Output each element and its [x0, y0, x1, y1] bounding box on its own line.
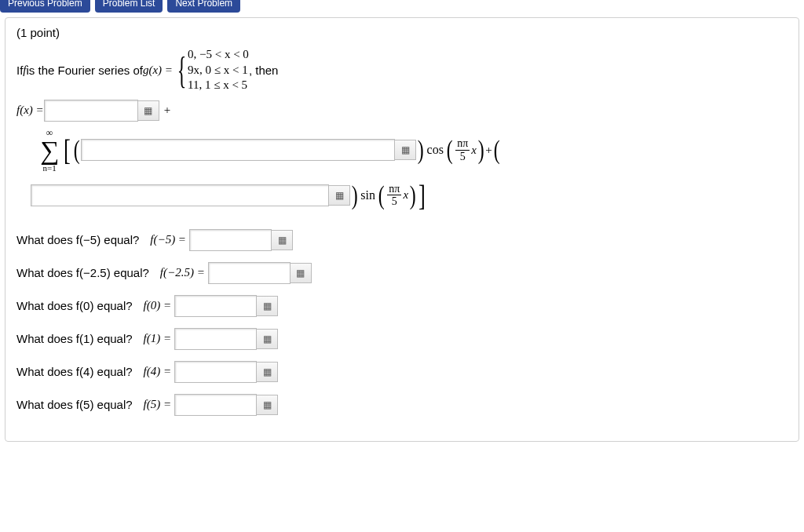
- frac-num-2: nπ: [387, 183, 401, 195]
- sin-arg-x: x: [403, 188, 408, 202]
- frac-den-2: 5: [390, 195, 399, 207]
- sin-arg-left-paren-icon: (: [378, 182, 385, 209]
- right-paren-sin-icon: ): [352, 182, 358, 209]
- question-label-0: What does f(−5) equal?: [16, 233, 139, 246]
- question-eq-2: f(0) =: [144, 299, 172, 312]
- cos-arg-right-paren-icon: ): [478, 137, 484, 163]
- question-eq-1: f(−2.5) =: [160, 266, 205, 279]
- question-eq-3: f(1) =: [144, 332, 172, 345]
- question-eq-0: f(−5) =: [150, 233, 186, 246]
- plus-1: +: [164, 104, 170, 117]
- equation-editor-button-a0[interactable]: ▦: [137, 100, 159, 121]
- equation-editor-button-q5[interactable]: ▦: [256, 395, 278, 415]
- question-label-2: What does f(0) equal?: [16, 299, 133, 312]
- left-brace-icon: {: [177, 53, 187, 87]
- question-eq-4: f(4) =: [144, 365, 172, 378]
- left-bracket-icon: [: [64, 135, 71, 165]
- question-row-5: What does f(5) equal? f(5) = ▦: [16, 394, 788, 416]
- right-bracket-icon: ]: [418, 180, 426, 210]
- sin-label: sin: [360, 188, 375, 202]
- series-row-cos: ∞ ∑ n=1 [ ( ▦ ) cos ( nπ 5 x ) + (: [16, 128, 788, 173]
- cos-arg-left-paren-icon: (: [447, 137, 453, 163]
- piece-row-3: 11, 1 ≤ x < 5: [188, 78, 249, 93]
- equation-editor-button-q1[interactable]: ▦: [290, 263, 312, 283]
- cos-label: cos: [427, 143, 444, 157]
- answer-q0[interactable]: [189, 229, 272, 251]
- answer-q3[interactable]: [174, 328, 257, 350]
- answer-q1[interactable]: [208, 262, 291, 284]
- fx-label: f(x) =: [16, 104, 44, 117]
- top-nav: Previous Problem Problem List Next Probl…: [0, 0, 804, 14]
- sigma-bottom: n=1: [43, 164, 57, 173]
- question-label-5: What does f(5) equal?: [16, 398, 133, 411]
- question-row-3: What does f(1) equal? f(1) = ▦: [16, 328, 788, 350]
- question-eq-5: f(5) =: [144, 398, 172, 411]
- cos-arg-frac: nπ 5: [455, 137, 470, 162]
- question-row-2: What does f(0) equal? f(0) = ▦: [16, 295, 788, 317]
- prev-problem-button[interactable]: Previous Problem: [0, 0, 90, 13]
- answer-q2[interactable]: [174, 295, 257, 317]
- intro-then: , then: [249, 64, 279, 77]
- frac-den: 5: [459, 151, 467, 162]
- equation-editor-button-an[interactable]: ▦: [394, 140, 416, 160]
- next-problem-button[interactable]: Next Problem: [167, 0, 240, 13]
- question-label-4: What does f(4) equal?: [16, 365, 133, 378]
- sin-arg-frac: nπ 5: [387, 183, 401, 208]
- plus-2: +: [485, 144, 492, 157]
- left-paren-sin-icon: (: [493, 137, 499, 163]
- answer-an[interactable]: [81, 139, 395, 161]
- intro-g: g(x) =: [143, 64, 173, 77]
- right-paren-cos-icon: ): [418, 137, 424, 163]
- frac-num: nπ: [455, 137, 470, 150]
- answer-q4[interactable]: [174, 361, 257, 383]
- problem-list-button[interactable]: Problem List: [95, 0, 163, 13]
- question-row-4: What does f(4) equal? f(4) = ▦: [16, 361, 788, 383]
- equation-editor-button-q2[interactable]: ▦: [256, 296, 278, 316]
- point-value: (1 point): [16, 26, 788, 39]
- question-label-1: What does f(−2.5) equal?: [16, 266, 149, 279]
- equation-editor-button-q4[interactable]: ▦: [256, 362, 278, 382]
- problem-statement: If f is the Fourier series of g(x) = { 0…: [16, 47, 788, 93]
- equation-editor-button-q0[interactable]: ▦: [271, 230, 293, 250]
- problem-panel: (1 point) If f is the Fourier series of …: [5, 17, 799, 442]
- left-paren-cos-icon: (: [74, 137, 80, 163]
- sigma-icon: ∞ ∑ n=1: [40, 128, 59, 173]
- intro-mid: is the Fourier series of: [27, 64, 143, 77]
- piece-row-2: 9x, 0 ≤ x < 1: [188, 63, 249, 78]
- answer-q5[interactable]: [174, 394, 257, 416]
- piece-row-1: 0, −5 < x < 0: [188, 47, 249, 63]
- answer-a0[interactable]: [44, 100, 138, 122]
- sin-arg-right-paren-icon: ): [410, 182, 416, 209]
- question-row-1: What does f(−2.5) equal? f(−2.5) = ▦: [16, 262, 788, 284]
- intro-pre: If: [16, 64, 23, 77]
- question-row-0: What does f(−5) equal? f(−5) = ▦: [16, 229, 788, 251]
- answer-bn[interactable]: [31, 184, 329, 206]
- equation-editor-button-bn[interactable]: ▦: [328, 185, 350, 206]
- equation-editor-button-q3[interactable]: ▦: [256, 329, 278, 349]
- series-row-sin: ▦ ) sin ( nπ 5 x ) ]: [31, 180, 788, 210]
- piecewise-def: { 0, −5 < x < 0 9x, 0 ≤ x < 1 11, 1 ≤ x …: [173, 47, 249, 93]
- fx-row: f(x) = ▦ +: [16, 100, 788, 122]
- cos-arg-x: x: [471, 144, 477, 157]
- question-label-3: What does f(1) equal?: [16, 332, 133, 345]
